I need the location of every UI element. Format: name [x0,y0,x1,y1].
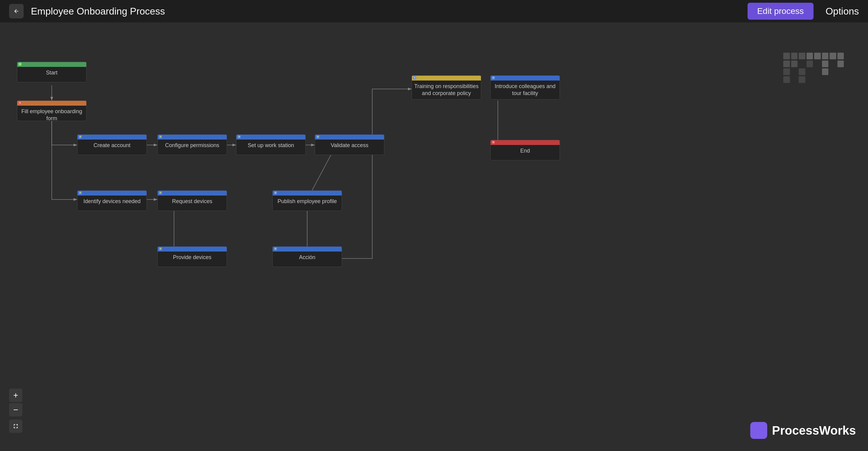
node-create-account-label: Create account [78,140,147,151]
node-fill-form[interactable]: ★ Fill employee onboarding form [17,100,87,121]
zoom-controls: + − [9,389,22,433]
node-create-account-icon: ⚡ [79,135,82,138]
node-end-header: ★ [491,140,560,145]
node-setup-workstation-label: Set up work station [236,140,305,151]
node-create-account[interactable]: ⚡ Create account [77,134,147,155]
zoom-in-button[interactable]: + [9,389,22,402]
node-setup-workstation[interactable]: ⚡ Set up work station [236,134,306,155]
node-start-icon: ⚡ [19,63,22,66]
node-start[interactable]: ⚡ Start [17,62,87,82]
node-configure-permissions-icon: ⚡ [159,135,162,138]
node-start-header: ⚡ [17,62,86,67]
node-introduce-colleagues-label: Introduce colleagues and tour facility [491,81,560,99]
node-provide-devices[interactable]: ⚡ Provide devices [157,246,227,267]
node-training-label: Training on responsibilities and corpora… [412,81,481,99]
node-publish-profile-header: ⚡ [273,191,342,196]
node-end-icon: ★ [492,141,495,144]
node-validate-access-header: ⚡ [315,135,384,140]
node-validate-access[interactable]: ⚡ Validate access [315,134,384,155]
node-publish-profile[interactable]: ⚡ Publish employee profile [272,190,342,211]
process-canvas: ⚡ Start ★ Fill employee onboarding form … [0,22,868,451]
back-icon [13,8,19,14]
node-request-devices-icon: ⚡ [159,191,162,194]
node-request-devices[interactable]: ⚡ Request devices [157,190,227,211]
node-validate-access-icon: ⚡ [316,135,319,138]
node-training-icon: ★ [413,76,416,79]
node-provide-devices-header: ⚡ [158,247,227,251]
node-setup-workstation-header: ⚡ [236,135,305,140]
node-request-devices-label: Request devices [158,196,227,207]
node-fill-form-label: Fill employee onboarding form [17,106,86,124]
node-configure-permissions-label: Configure permissions [158,140,227,151]
brand-logo [750,422,767,439]
node-setup-workstation-icon: ⚡ [238,135,241,138]
brand-watermark: ProcessWorks [750,422,856,439]
header: Employee Onboarding Process Edit process… [0,0,868,22]
fullscreen-icon [12,423,19,429]
node-introduce-colleagues-icon: ⚡ [492,76,495,79]
node-training-header: ★ [412,76,481,81]
node-identify-devices-header: ⚡ [78,191,147,196]
node-identify-devices-icon: ⚡ [79,191,82,194]
node-identify-devices[interactable]: ⚡ Identify devices needed [77,190,147,211]
node-identify-devices-label: Identify devices needed [78,196,147,207]
edit-process-button[interactable]: Edit process [748,3,813,20]
node-end[interactable]: ★ End [490,140,560,160]
node-fill-form-header: ★ [17,101,86,106]
node-introduce-colleagues-header: ⚡ [491,76,560,81]
back-button[interactable] [9,4,24,19]
node-accion-icon: ⚡ [274,247,277,250]
node-create-account-header: ⚡ [78,135,147,140]
node-validate-access-label: Validate access [315,140,384,151]
node-accion[interactable]: ⚡ Acción [272,246,342,267]
options-button[interactable]: Options [826,6,859,17]
page-title: Employee Onboarding Process [31,6,748,17]
node-accion-label: Acción [273,251,342,263]
node-training[interactable]: ★ Training on responsibilities and corpo… [412,76,481,99]
node-accion-header: ⚡ [273,247,342,251]
node-configure-permissions-header: ⚡ [158,135,227,140]
minimap [783,53,844,83]
node-provide-devices-label: Provide devices [158,251,227,263]
node-start-label: Start [17,67,86,78]
brand-name: ProcessWorks [772,424,856,438]
node-configure-permissions[interactable]: ⚡ Configure permissions [157,134,227,155]
node-request-devices-header: ⚡ [158,191,227,196]
node-introduce-colleagues[interactable]: ⚡ Introduce colleagues and tour facility [490,76,560,99]
node-publish-profile-label: Publish employee profile [273,196,342,207]
node-publish-profile-icon: ⚡ [274,191,277,194]
zoom-out-button[interactable]: − [9,403,22,417]
node-end-label: End [491,145,560,156]
node-fill-form-icon: ★ [19,101,22,104]
fullscreen-button[interactable] [9,420,22,433]
node-provide-devices-icon: ⚡ [159,247,162,250]
